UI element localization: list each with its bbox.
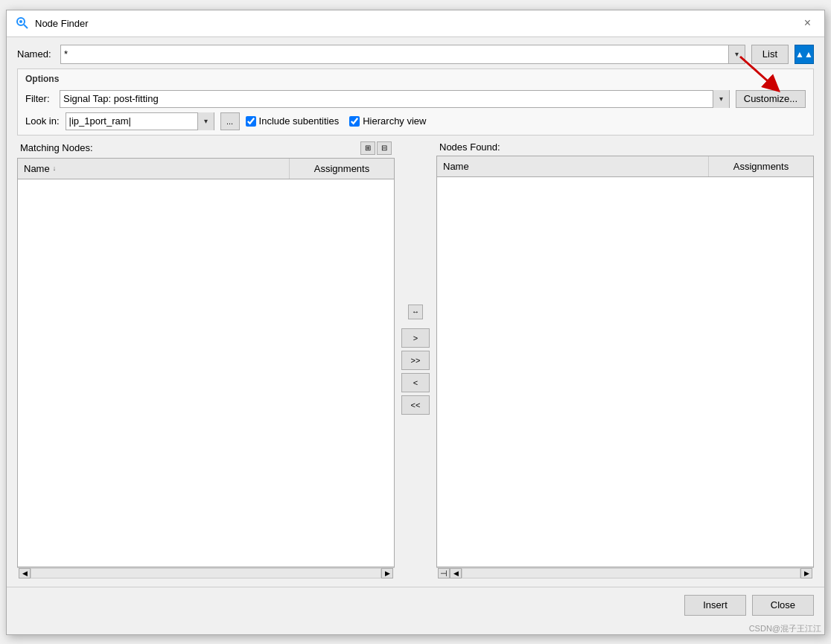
found-assignments-col-header[interactable]: Assignments — [709, 156, 813, 176]
matching-name-col-label: Name — [24, 163, 50, 174]
insert-button[interactable]: Insert — [684, 595, 746, 616]
collapse-icon-btn[interactable]: ⊟ — [377, 141, 392, 155]
include-subentities-checkbox[interactable] — [246, 116, 256, 127]
window-title: Node Finder — [35, 18, 89, 29]
main-panels: Matching Nodes: ⊞ ⊟ — [17, 140, 814, 579]
named-row: Named: ▾ List ▲▲ — [17, 45, 814, 64]
nodes-found-panel: Nodes Found: Name Assignments — [436, 140, 814, 579]
matching-nodes-table-body — [18, 179, 394, 567]
transfer-forward-all-button[interactable]: >> — [401, 351, 430, 370]
nodes-found-scrollbar-row: ⊣ ◀ ▶ — [436, 567, 814, 579]
matching-nodes-scrollbar-row: ◀ ▶ — [17, 567, 395, 579]
watermark: CSDN@混子王江江 — [7, 623, 824, 634]
svg-line-3 — [24, 25, 28, 28]
svg-point-4 — [19, 20, 22, 23]
matching-nodes-table: Name ↓ Assignments — [17, 158, 395, 567]
hierarchy-view-checkbox[interactable] — [349, 116, 360, 127]
nodes-found-table: Name Assignments — [436, 156, 814, 567]
nodes-found-header: Nodes Found: — [436, 140, 814, 154]
found-h-scrollbar[interactable] — [462, 568, 800, 578]
customize-button[interactable]: Customize... — [736, 90, 806, 108]
lookin-combo[interactable]: |ip_1port_ram| ▾ — [66, 112, 214, 130]
node-finder-icon — [16, 16, 29, 30]
found-assignments-col-label: Assignments — [733, 161, 789, 172]
expand-icon: ⊞ — [365, 144, 371, 152]
filter-value: Signal Tap: post-fitting — [60, 92, 713, 106]
list-button[interactable]: List — [751, 45, 789, 64]
matching-nodes-panel: Matching Nodes: ⊞ ⊟ — [17, 140, 395, 579]
title-bar-left: Node Finder — [16, 16, 89, 30]
filter-row: Filter: Signal Tap: post-fitting ▾ Custo… — [25, 90, 806, 108]
close-button[interactable]: Close — [752, 595, 814, 616]
expand-icon-btn[interactable]: ⊞ — [360, 141, 375, 155]
pin-icon-button[interactable]: ↔ — [408, 305, 423, 319]
bottom-bar: Insert Close — [7, 587, 824, 623]
found-name-col-header[interactable]: Name — [437, 156, 709, 176]
matching-scroll-right[interactable]: ▶ — [381, 568, 393, 578]
lookin-row: Look in: |ip_1port_ram| ▾ ... Include su… — [25, 112, 806, 130]
transfer-panel: ↔ > >> < << — [395, 140, 436, 579]
transfer-back-all-button[interactable]: << — [401, 395, 430, 415]
named-label: Named: — [17, 48, 54, 60]
found-pin-btn[interactable]: ⊣ — [438, 568, 450, 578]
transfer-forward-one-button[interactable]: > — [401, 328, 430, 348]
lookin-label: Look in: — [25, 115, 60, 127]
close-window-button[interactable]: × — [800, 16, 815, 31]
up-arrows-icon: ▲▲ — [795, 49, 813, 60]
matching-name-col-header[interactable]: Name ↓ — [18, 159, 290, 179]
hierarchy-view-checkbox-label[interactable]: Hierarchy view — [349, 115, 426, 127]
name-sort-arrow: ↓ — [53, 165, 57, 172]
transfer-back-one-button[interactable]: < — [401, 373, 430, 392]
found-scroll-left[interactable]: ◀ — [450, 568, 462, 578]
matching-nodes-table-header: Name ↓ Assignments — [18, 159, 394, 179]
options-title: Options — [25, 74, 806, 84]
found-name-col-label: Name — [443, 161, 469, 172]
options-group: Options Filter: Signal Tap: post-fitting… — [17, 68, 814, 136]
found-scroll-right[interactable]: ▶ — [800, 568, 812, 578]
named-input[interactable] — [61, 47, 728, 61]
nodes-found-table-body — [437, 177, 813, 567]
browse-button[interactable]: ... — [220, 112, 240, 130]
nodes-found-title: Nodes Found: — [439, 141, 500, 153]
hierarchy-view-label: Hierarchy view — [363, 115, 426, 127]
named-combo-arrow[interactable]: ▾ — [728, 45, 745, 63]
named-combo[interactable]: ▾ — [60, 45, 745, 64]
matching-assignments-col-header[interactable]: Assignments — [290, 159, 394, 179]
matching-scroll-left[interactable]: ◀ — [19, 568, 31, 578]
include-subentities-checkbox-label[interactable]: Include subentities — [246, 115, 340, 127]
nodes-found-table-header: Name Assignments — [437, 156, 813, 177]
checkbox-group: Include subentities Hierarchy view — [246, 115, 427, 127]
filter-combo[interactable]: Signal Tap: post-fitting ▾ — [60, 90, 730, 108]
matching-nodes-title: Matching Nodes: — [20, 142, 93, 153]
pin-icon: ↔ — [412, 307, 419, 316]
filter-combo-arrow[interactable]: ▾ — [713, 90, 729, 108]
matching-h-scrollbar[interactable] — [31, 568, 381, 578]
title-bar: Node Finder × — [7, 10, 824, 37]
lookin-combo-arrow[interactable]: ▾ — [197, 112, 214, 130]
collapse-icon: ⊟ — [381, 144, 387, 152]
filter-label: Filter: — [25, 93, 54, 104]
dialog-content: Named: ▾ List ▲▲ Options Filter: Signal … — [7, 37, 824, 587]
include-subentities-label: Include subentities — [259, 115, 340, 127]
matching-nodes-header: Matching Nodes: ⊞ ⊟ — [17, 140, 395, 156]
matching-nodes-icons: ⊞ ⊟ — [360, 141, 392, 155]
up-arrows-button[interactable]: ▲▲ — [795, 45, 814, 64]
lookin-value: |ip_1port_ram| — [66, 114, 197, 128]
matching-assignments-col-label: Assignments — [314, 163, 369, 174]
node-finder-dialog: Node Finder × Named: ▾ List ▲▲ Options — [6, 10, 825, 635]
